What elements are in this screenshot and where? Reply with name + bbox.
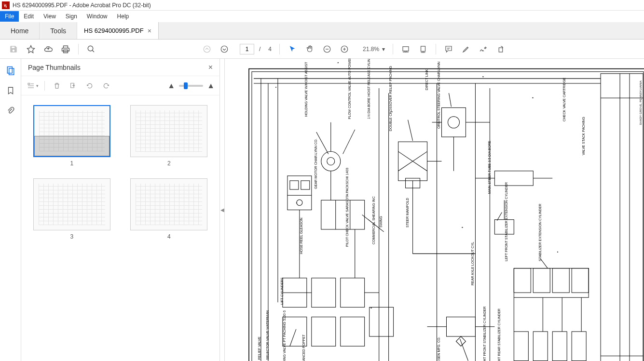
thumbnails-rail-button[interactable]: [5, 65, 16, 76]
drawing-location: SHADY GROVE, PENNSYLVANIA: [639, 80, 642, 125]
hand-tool-button[interactable]: [302, 41, 317, 57]
tab-close-icon[interactable]: ×: [148, 27, 151, 35]
zoom-level-select[interactable]: 21.8% ▾: [360, 45, 388, 53]
zoom-out-button[interactable]: [319, 41, 335, 57]
document-viewer[interactable]: HOLDING VALVE W/HOIST ASSIST FLOW CONTRO…: [225, 59, 644, 361]
callout-label: STEER MANIFOLD: [406, 198, 409, 227]
callout-label: LIFT CYLINDERS: [280, 278, 284, 305]
svg-rect-6: [421, 46, 425, 52]
zoom-level-value: 21.8%: [363, 46, 379, 53]
callout-label: DIRECT LINK: [425, 69, 428, 90]
callout-label: VALVE STACK PACHING: [582, 117, 585, 155]
callout-label: REAR AXLE LOCKOUT CYL: [471, 242, 474, 285]
fit-width-button[interactable]: [398, 41, 413, 57]
comment-button[interactable]: [441, 41, 456, 57]
title-bar: HS 6294000995.PDF - Adobe Acrobat Pro DC…: [0, 0, 644, 11]
menu-file[interactable]: File: [0, 11, 19, 22]
selection-tool-button[interactable]: [285, 41, 300, 57]
page-separator: /: [259, 46, 260, 53]
callout-label: ORBITROL STEERING VALVE CHAR-LYNN: [437, 62, 440, 129]
thumbnail-label: 1: [70, 160, 73, 167]
callout-label: HOLDING VALVE W/HOIST ASSIST: [304, 62, 308, 117]
thumbnails-toolbar: ▾ ▲ ▲: [21, 76, 219, 95]
menu-edit[interactable]: Edit: [19, 11, 39, 22]
callout-label: PILOT CHECK VALVE SARASOTA PACKSCHI 1403: [345, 168, 349, 247]
menu-sign[interactable]: Sign: [61, 11, 82, 22]
menu-window[interactable]: Window: [82, 11, 112, 22]
menu-view[interactable]: View: [39, 11, 61, 22]
svg-rect-9: [9, 68, 14, 75]
svg-rect-7: [499, 48, 503, 52]
window-title: HS 6294000995.PDF - Adobe Acrobat Pro DC…: [13, 2, 151, 9]
cloud-upload-button[interactable]: [41, 41, 56, 57]
thumbnail-size-slider[interactable]: [179, 85, 203, 87]
close-panel-button[interactable]: ×: [208, 63, 213, 72]
thumbnail-item[interactable]: 1: [28, 105, 116, 167]
rotate-cw-button[interactable]: [100, 80, 112, 92]
svg-rect-5: [403, 46, 409, 51]
star-button[interactable]: [23, 41, 39, 57]
svg-point-0: [88, 46, 93, 51]
thumbnail-image[interactable]: [130, 178, 207, 230]
main-area: Page Thumbnails × ▾ ▲ ▲ 1 2: [0, 59, 644, 361]
page-down-button[interactable]: [217, 41, 232, 57]
chevron-down-icon: ▾: [382, 46, 385, 53]
tab-document[interactable]: HS 6294000995.PDF ×: [77, 22, 159, 39]
delete-page-button[interactable]: [51, 80, 63, 92]
callout-label: GEAR MOTOR CHAR-LYNN CO.: [314, 139, 317, 189]
attachments-rail-button[interactable]: [5, 105, 16, 117]
thumbnail-item[interactable]: 3: [28, 178, 116, 240]
thumbnail-label: 3: [70, 233, 73, 240]
tab-document-label: HS 6294000995.PDF: [84, 27, 144, 34]
insert-page-button[interactable]: [67, 80, 80, 92]
thumbnail-item[interactable]: 2: [125, 105, 213, 167]
callout-label: RIGHT FRONT STABILIZER CYLINDER: [483, 307, 486, 361]
rotate-button[interactable]: [493, 41, 508, 57]
fit-page-button[interactable]: [415, 41, 431, 57]
thumbnail-image[interactable]: [33, 105, 110, 157]
thumbnail-label: 4: [167, 233, 171, 240]
print-button[interactable]: [58, 41, 73, 57]
tab-tools[interactable]: Tools: [40, 22, 77, 39]
sign-button[interactable]: [476, 41, 491, 57]
callout-label: RIGHT REAR STABILIZER CYLINDER: [497, 308, 501, 361]
callout-label: 1½ DIA BORE HOIST RELEASE CYLINDER: [367, 59, 370, 119]
thumbnail-image[interactable]: [33, 178, 110, 230]
callout-label: HOSE REEL GLEASON: [300, 217, 303, 254]
callout-label: CHECK VALVE CARTRIDGE: [562, 78, 566, 121]
callout-label: GRESEN MFG. CO.: [437, 337, 440, 361]
callout-label: STEER SELECTOR VALVE WATERMAN: [266, 310, 269, 361]
collapse-sidebar-button[interactable]: ◀: [220, 59, 225, 361]
thumbnail-options-button[interactable]: ▾: [26, 80, 39, 92]
callout-label: HOLDING VALVE PT PACHING 5100 6: [283, 310, 286, 361]
callout-label: PRESS RELIEF VALVE: [258, 336, 261, 361]
navigation-rail: [0, 59, 21, 361]
thumbnail-image[interactable]: [130, 105, 207, 157]
svg-point-2: [221, 46, 228, 53]
page-total: 4: [268, 46, 272, 53]
page-up-button[interactable]: [199, 41, 215, 57]
thumbnail-item[interactable]: 4: [125, 178, 213, 240]
page-number-input[interactable]: [240, 44, 254, 54]
rotate-ccw-button[interactable]: [83, 80, 96, 92]
acrobat-app-icon: [2, 1, 10, 9]
callout-label: LEFT FRONT STABILIZER EXTENSION CYLINDER: [505, 182, 508, 261]
thumbnail-label: 2: [167, 160, 171, 167]
find-button[interactable]: [83, 41, 99, 57]
callout-label: DOUBLE CROSSOVER RELIEF PACHING: [389, 66, 392, 131]
highlight-button[interactable]: [458, 41, 474, 57]
callout-label: STABILIZER EXTENSION CYLINDER: [538, 204, 542, 261]
thumbnails-panel: Page Thumbnails × ▾ ▲ ▲ 1 2: [21, 59, 220, 361]
menu-bar: File Edit View Sign Window Help: [0, 11, 644, 22]
zoom-in-button[interactable]: [337, 41, 352, 57]
callout-label: BALANCED POPPET: [302, 334, 305, 361]
small-thumb-icon: ▲: [167, 81, 175, 90]
thumbnails-panel-header: Page Thumbnails ×: [21, 59, 219, 76]
bookmarks-rail-button[interactable]: [5, 85, 16, 96]
tab-home[interactable]: Home: [0, 22, 40, 39]
thumbnails-panel-title: Page Thumbnails: [28, 64, 81, 71]
callout-label: COMMERCIAL SHEARING INC: [372, 196, 375, 244]
save-button[interactable]: [6, 41, 21, 57]
menu-help[interactable]: Help: [112, 11, 134, 22]
tab-bar: Home Tools HS 6294000995.PDF ×: [0, 22, 644, 40]
